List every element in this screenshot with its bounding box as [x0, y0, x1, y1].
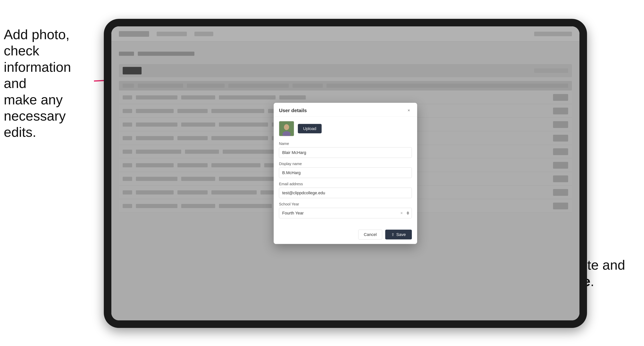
- display-name-input[interactable]: [279, 168, 412, 178]
- school-year-field-group: School Year ×: [279, 202, 412, 218]
- photo-upload-row: Upload: [279, 121, 412, 136]
- school-year-select-wrapper: ×: [279, 208, 412, 218]
- save-button-label: Save: [396, 232, 406, 237]
- left-annotation: Add photo, check information and make an…: [4, 26, 94, 140]
- user-details-modal: User details × Upload: [274, 103, 417, 244]
- save-icon: ⇧: [391, 232, 394, 237]
- email-label: Email address: [279, 182, 412, 186]
- modal-header: User details ×: [274, 103, 417, 117]
- school-year-label: School Year: [279, 202, 412, 206]
- name-label: Name: [279, 142, 412, 146]
- school-year-clear-button[interactable]: ×: [400, 211, 403, 216]
- modal-title: User details: [279, 107, 307, 113]
- email-input[interactable]: [279, 188, 412, 198]
- save-button[interactable]: ⇧ Save: [385, 230, 412, 239]
- tablet-screen: User details × Upload: [111, 26, 580, 320]
- school-year-input[interactable]: [279, 208, 412, 218]
- modal-body: Upload Name Display name Email address: [274, 117, 417, 227]
- name-input[interactable]: [279, 147, 412, 158]
- user-photo-thumbnail: [279, 121, 294, 136]
- select-arrow-down-icon: [406, 213, 409, 215]
- name-field-group: Name: [279, 142, 412, 158]
- email-field-group: Email address: [279, 182, 412, 198]
- modal-close-button[interactable]: ×: [406, 107, 412, 113]
- upload-button[interactable]: Upload: [298, 124, 322, 133]
- display-name-field-group: Display name: [279, 162, 412, 178]
- svg-point-3: [284, 124, 289, 130]
- school-year-arrows: [406, 211, 409, 215]
- modal-footer: Cancel ⇧ Save: [274, 227, 417, 244]
- display-name-label: Display name: [279, 162, 412, 166]
- select-arrow-up-icon: [406, 211, 409, 213]
- tablet-device: User details × Upload: [104, 19, 587, 328]
- cancel-button[interactable]: Cancel: [358, 230, 382, 239]
